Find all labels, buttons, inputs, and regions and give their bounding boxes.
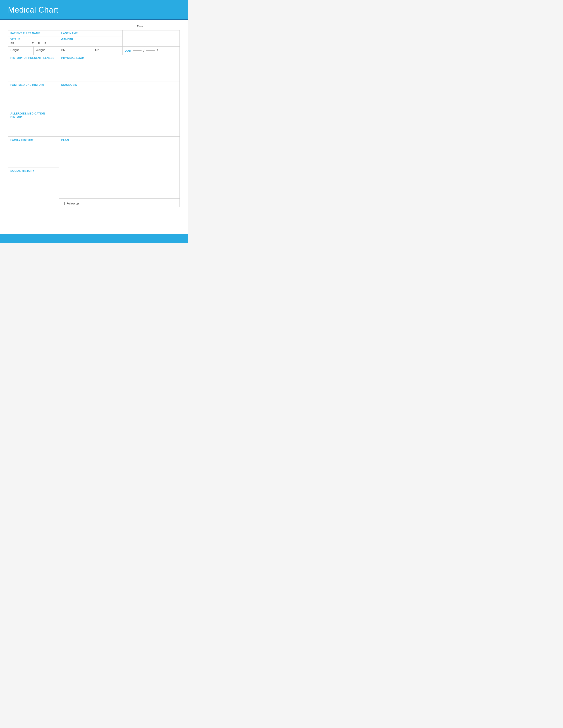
weight-label: Weight [36,48,45,52]
vitals-label: VITALS [10,38,56,41]
p-label: P [38,42,40,45]
history-physical-row: HISTORY OF PRESENT ILLNESS PHYSICAL EXAM [8,55,180,81]
plan-label: PLAN [61,139,69,142]
physical-exam-label: PHYSICAL EXAM [61,56,84,60]
vitals-gender-row: VITALS BP T P R GENDER [8,36,180,47]
dob-slash-2: / [157,48,158,53]
family-history-label: FAMILY HISTORY [10,139,34,142]
vitals-cell: VITALS BP T P R [8,36,59,47]
hw-row: Height Weight BMI O2 DOB / [8,47,180,55]
gender-cell[interactable]: GENDER [59,36,122,47]
main-form-table: PATIENT FIRST NAME LAST NAME VITALS BP T… [8,30,180,207]
header: Medical Chart [0,0,188,20]
height-cell[interactable]: Height [8,47,34,55]
physical-exam-cell[interactable]: PHYSICAL EXAM [59,55,180,81]
diagnosis-label: DIAGNOSIS [61,83,77,86]
name-row: PATIENT FIRST NAME LAST NAME [8,30,180,36]
bmi-cell[interactable]: BMI [59,47,93,55]
family-history-section[interactable]: FAMILY HISTORY [8,137,59,167]
weight-cell[interactable]: Weight [34,47,59,55]
first-name-cell[interactable]: PATIENT FIRST NAME [8,30,59,36]
left-sections-cell: PAST MEDICAL HISTORY ALLERGIES/MEDICATIO… [8,81,59,207]
date-input-line[interactable] [144,25,180,28]
past-medical-label: PAST MEDICAL HISTORY [10,83,45,86]
follow-up-row: Follow up [61,202,177,205]
plan-section[interactable]: PLAN [59,137,179,198]
social-history-label: SOCIAL HISTORY [10,169,34,173]
bmi-label: BMI [61,48,66,52]
allergies-label: ALLERGIES/MEDICATION HISTORY [10,112,45,118]
history-label: HISTORY OF PRESENT ILLNESS [10,56,54,60]
dob-slash-1: / [143,48,144,53]
dob-label: DOB [125,49,131,52]
o2-label: O2 [95,48,99,52]
history-cell[interactable]: HISTORY OF PRESENT ILLNESS [8,55,59,81]
last-name-label: LAST NAME [61,32,78,35]
r-label: R [44,42,46,45]
content-area: Date PATIENT FIRST NAME LAST NAME VITALS… [0,20,188,234]
follow-up-section: Follow up [59,198,179,207]
bp-label: BP [10,42,14,45]
vitals-inline: BP T P R [10,42,56,45]
last-name-cell[interactable]: LAST NAME [59,30,122,36]
o2-cell[interactable]: O2 [93,47,122,55]
follow-up-input-line[interactable] [81,204,177,204]
page-title: Medical Chart [8,5,180,15]
footer [0,234,188,243]
height-label: Height [10,48,19,52]
date-row: Date [8,25,180,28]
past-medical-section[interactable]: PAST MEDICAL HISTORY [8,81,59,110]
dob-cell[interactable]: DOB / / [122,47,180,55]
right-sections-cell: DIAGNOSIS PLAN Follow up [59,81,180,207]
follow-up-checkbox[interactable] [61,202,65,205]
date-label: Date [137,25,143,28]
page: Medical Chart Date PATIENT FIRST NAME LA… [0,0,188,243]
first-name-label: PATIENT FIRST NAME [10,32,40,35]
social-history-section[interactable]: SOCIAL HISTORY [8,167,59,198]
t-label: T [32,42,34,45]
follow-up-label: Follow up [66,202,79,205]
allergies-section[interactable]: ALLERGIES/MEDICATION HISTORY [8,110,59,137]
past-medical-diagnosis-row: PAST MEDICAL HISTORY ALLERGIES/MEDICATIO… [8,81,180,207]
gender-label: GENDER [61,38,73,41]
diagnosis-section[interactable]: DIAGNOSIS [59,81,179,137]
